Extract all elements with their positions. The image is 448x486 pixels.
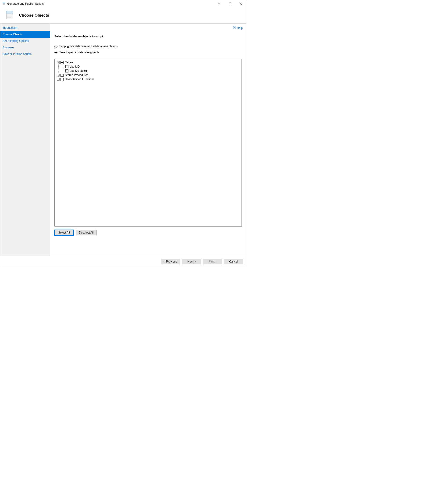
header-banner: Choose Objects	[0, 7, 246, 24]
sidebar-item-introduction[interactable]: Introduction	[0, 25, 50, 31]
sidebar-item-choose-objects[interactable]: Choose Objects	[0, 31, 50, 38]
tree-item-label: dbo.MyTable1	[70, 69, 87, 73]
deselect-all-button[interactable]: Deselect All	[76, 230, 97, 235]
tree-node-stored-procedures[interactable]: + Stored Procedures	[56, 73, 240, 77]
selection-buttons: Select All Deselect All	[54, 230, 242, 235]
sidebar: Introduction Choose Objects Set Scriptin…	[0, 24, 50, 256]
tree-item[interactable]: dbo.MD	[56, 65, 240, 69]
expand-icon[interactable]: +	[57, 78, 60, 81]
sidebar-item-summary[interactable]: Summary	[0, 44, 50, 51]
object-tree[interactable]: − Tables dbo.MD d	[54, 59, 242, 227]
maximize-button[interactable]	[224, 0, 235, 7]
previous-button[interactable]: < Previous	[161, 259, 180, 264]
main-panel: ? Help Select the database objects to sc…	[50, 24, 246, 256]
tree-node-label: Tables	[65, 61, 73, 64]
svg-rect-7	[6, 14, 13, 19]
section-title: Select the database objects to script.	[54, 35, 242, 38]
window-controls	[214, 0, 246, 7]
help-icon: ?	[233, 26, 236, 30]
radio-icon	[54, 45, 57, 48]
tree-node-label: User-Defined Functions	[65, 78, 94, 81]
checkbox-icon[interactable]	[65, 65, 68, 68]
tree-item-label: dbo.MD	[70, 65, 80, 68]
radio-select-specific[interactable]: Select specific database objects	[54, 51, 242, 54]
svg-rect-4	[229, 3, 231, 5]
finish-button: Finish	[203, 259, 222, 264]
main-inner: Select the database objects to script. S…	[50, 24, 246, 256]
wizard-footer: < Previous Next > Finish Cancel	[0, 256, 246, 267]
close-button[interactable]	[235, 0, 246, 7]
select-all-button[interactable]: Select All	[54, 230, 74, 235]
sidebar-item-set-scripting-options[interactable]: Set Scripting Options	[0, 38, 50, 44]
radio-label: Select specific database objects	[59, 51, 99, 54]
checkbox-icon[interactable]	[61, 78, 64, 81]
page-icon	[4, 10, 15, 21]
radio-label: Script entire database and all database …	[59, 45, 118, 48]
tree-node-label: Stored Procedures	[65, 74, 88, 77]
next-button[interactable]: Next >	[182, 259, 201, 264]
wizard-body: Introduction Choose Objects Set Scriptin…	[0, 24, 246, 256]
radio-icon	[54, 51, 57, 54]
sidebar-item-save-or-publish-scripts[interactable]: Save or Publish Scripts	[0, 51, 50, 57]
app-icon	[2, 2, 6, 6]
svg-text:?: ?	[234, 26, 235, 29]
title-left: Generate and Publish Scripts	[2, 2, 44, 6]
minimize-button[interactable]	[214, 0, 224, 7]
page-title: Choose Objects	[19, 13, 49, 18]
svg-rect-0	[3, 3, 5, 5]
radio-script-entire[interactable]: Script entire database and all database …	[54, 45, 242, 48]
tree-node-udf[interactable]: + User-Defined Functions	[56, 77, 240, 81]
window-title: Generate and Publish Scripts	[7, 2, 44, 5]
help-label: Help	[237, 26, 243, 30]
help-link[interactable]: ? Help	[233, 26, 243, 30]
checkbox-icon[interactable]	[61, 74, 64, 77]
tree-node-tables[interactable]: − Tables	[56, 60, 240, 65]
tree-item[interactable]: dbo.MyTable1	[56, 69, 240, 73]
checkbox-icon[interactable]	[65, 69, 68, 73]
titlebar: Generate and Publish Scripts	[0, 0, 246, 7]
cancel-button[interactable]: Cancel	[224, 259, 243, 264]
